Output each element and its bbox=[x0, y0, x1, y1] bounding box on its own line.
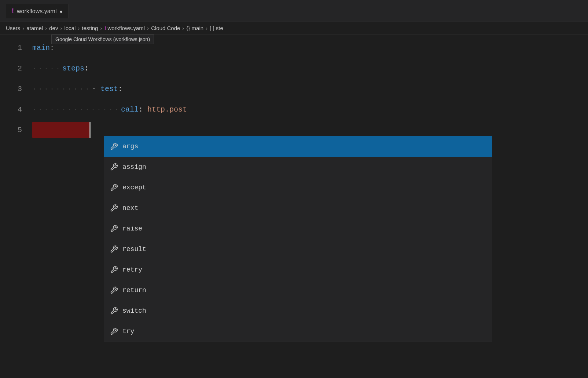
breadcrumb-sep-7: › bbox=[182, 25, 184, 31]
autocomplete-item-except[interactable]: except bbox=[104, 177, 492, 198]
autocomplete-item-args[interactable]: args bbox=[104, 136, 492, 157]
line-content-1[interactable]: main: bbox=[29, 44, 588, 52]
wrench-icon-assign bbox=[110, 163, 118, 171]
autocomplete-item-switch[interactable]: switch bbox=[104, 301, 492, 321]
line-content-3[interactable]: ··········- test: bbox=[29, 85, 588, 93]
autocomplete-item-return[interactable]: return bbox=[104, 280, 492, 301]
autocomplete-item-raise[interactable]: raise bbox=[104, 218, 492, 239]
indent-dots-2: ····· bbox=[32, 64, 62, 73]
tab-filename: workflows.yaml bbox=[17, 8, 56, 15]
line-content-2[interactable]: ·····steps: bbox=[29, 64, 588, 73]
tab-bar: ! workflows.yaml ● bbox=[0, 0, 588, 22]
token-http-post: http.post bbox=[147, 105, 187, 114]
autocomplete-item-next[interactable]: next bbox=[104, 198, 492, 218]
breadcrumb-sep-4: › bbox=[78, 25, 80, 31]
autocomplete-label-try: try bbox=[122, 328, 134, 335]
wrench-icon-return bbox=[110, 286, 118, 294]
language-tooltip: Google Cloud Workflows (workflows.json) bbox=[51, 34, 154, 44]
token-call: call bbox=[121, 105, 139, 114]
breadcrumb-cloud-code[interactable]: Cloud Code bbox=[151, 25, 180, 31]
line-number-2: 2 bbox=[0, 64, 29, 73]
breadcrumb-testing[interactable]: testing bbox=[82, 25, 98, 31]
wrench-icon-switch bbox=[110, 307, 118, 315]
tab-workflows-yaml[interactable]: ! workflows.yaml ● bbox=[6, 4, 69, 18]
error-highlight: ········· bbox=[32, 122, 89, 138]
code-line-4: 4 ···············call: http.post bbox=[0, 99, 588, 120]
autocomplete-dropdown: args assign except next raise result bbox=[104, 136, 492, 342]
wrench-icon-raise bbox=[110, 225, 118, 233]
token-dash: - bbox=[92, 85, 100, 93]
token-colon-space-4: : bbox=[139, 105, 147, 114]
token-colon-1: : bbox=[50, 44, 54, 52]
wrench-icon-try bbox=[110, 327, 118, 335]
cursor bbox=[89, 122, 91, 138]
autocomplete-label-next: next bbox=[122, 204, 138, 212]
token-test: test bbox=[100, 85, 118, 93]
code-line-3: 3 ··········- test: bbox=[0, 79, 588, 99]
line-number-4: 4 bbox=[0, 105, 29, 114]
breadcrumb-sep-8: › bbox=[206, 25, 207, 31]
breadcrumb-local[interactable]: local bbox=[64, 25, 76, 31]
wrench-icon-next bbox=[110, 204, 118, 212]
breadcrumb-users[interactable]: Users bbox=[6, 25, 20, 31]
breadcrumb-atamel[interactable]: atamel bbox=[26, 25, 43, 31]
breadcrumb-sep-1: › bbox=[22, 25, 24, 31]
indent-dots-4: ··············· bbox=[32, 105, 120, 114]
autocomplete-label-switch: switch bbox=[122, 307, 146, 315]
indent-dots-3: ·········· bbox=[32, 85, 91, 93]
breadcrumb-workflows-yaml[interactable]: workflows.yaml bbox=[107, 25, 145, 31]
autocomplete-label-retry: retry bbox=[122, 266, 142, 273]
editor: 1 main: 2 ·····steps: 3 ··········- test… bbox=[0, 34, 588, 143]
wrench-icon-args bbox=[110, 142, 118, 150]
breadcrumb-steps[interactable]: [ ] ste bbox=[210, 25, 223, 31]
token-main: main bbox=[32, 44, 50, 52]
breadcrumb-curly-main[interactable]: {} main bbox=[186, 25, 203, 31]
error-dots: ········· bbox=[34, 126, 87, 134]
wrench-icon-result bbox=[110, 245, 118, 253]
breadcrumb-sep-3: › bbox=[60, 25, 62, 31]
breadcrumb: Users › atamel › dev › local › testing ›… bbox=[0, 22, 588, 34]
breadcrumb-sep-2: › bbox=[45, 25, 47, 31]
token-colon-3: : bbox=[118, 85, 122, 93]
line-number-5: 5 bbox=[0, 126, 29, 134]
autocomplete-label-result: result bbox=[122, 246, 146, 253]
autocomplete-label-args: args bbox=[122, 143, 138, 150]
token-colon-2: : bbox=[84, 64, 89, 73]
breadcrumb-exclamation-icon: ! bbox=[104, 25, 106, 31]
autocomplete-label-return: return bbox=[122, 287, 146, 294]
breadcrumb-sep-6: › bbox=[147, 25, 149, 31]
wrench-icon-except bbox=[110, 183, 118, 192]
line-number-3: 3 bbox=[0, 85, 29, 93]
tab-exclamation-icon: ! bbox=[12, 7, 14, 15]
autocomplete-item-try[interactable]: try bbox=[104, 321, 492, 342]
wrench-icon-retry bbox=[110, 266, 118, 274]
autocomplete-item-result[interactable]: result bbox=[104, 239, 492, 259]
breadcrumb-dev[interactable]: dev bbox=[49, 25, 58, 31]
tab-modified-dot: ● bbox=[59, 8, 62, 14]
autocomplete-label-raise: raise bbox=[122, 225, 142, 232]
code-line-2: 2 ·····steps: bbox=[0, 58, 588, 79]
autocomplete-label-assign: assign bbox=[122, 163, 146, 171]
token-steps: steps bbox=[62, 64, 84, 73]
autocomplete-item-assign[interactable]: assign bbox=[104, 157, 492, 177]
line-content-4[interactable]: ···············call: http.post bbox=[29, 105, 588, 114]
autocomplete-item-retry[interactable]: retry bbox=[104, 259, 492, 280]
autocomplete-label-except: except bbox=[122, 184, 146, 191]
line-number-1: 1 bbox=[0, 44, 29, 52]
breadcrumb-sep-5: › bbox=[100, 25, 102, 31]
